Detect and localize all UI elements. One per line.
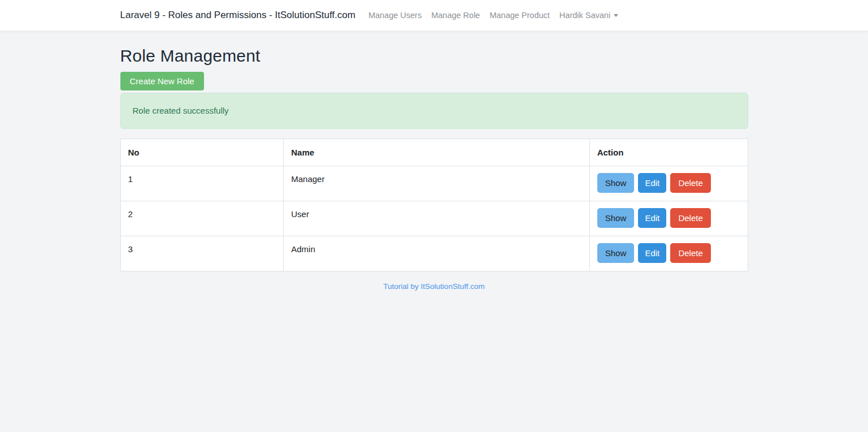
edit-button[interactable]: Edit — [638, 208, 666, 228]
create-new-role-button[interactable]: Create New Role — [120, 72, 204, 90]
cell-actions: Show Edit Delete — [589, 236, 748, 271]
cell-no: 2 — [120, 201, 284, 236]
success-alert-message: Role created successfully — [133, 106, 229, 115]
edit-button[interactable]: Edit — [638, 243, 666, 263]
show-button[interactable]: Show — [597, 243, 635, 263]
nav-links: Manage Users Manage Role Manage Product … — [368, 11, 618, 20]
cell-no: 1 — [120, 166, 284, 201]
nav-link-manage-role[interactable]: Manage Role — [431, 11, 480, 20]
table-row: 1 Manager Show Edit Delete — [120, 166, 748, 201]
cell-name: User — [284, 201, 589, 236]
success-alert: Role created successfully — [120, 93, 748, 129]
navbar: Laravel 9 - Roles and Permissions - ItSo… — [0, 0, 868, 31]
table-row: 2 User Show Edit Delete — [120, 201, 748, 236]
user-menu-dropdown[interactable]: Hardik Savani — [559, 11, 618, 20]
column-header-name: Name — [284, 139, 589, 166]
delete-button[interactable]: Delete — [670, 173, 710, 193]
column-header-action: Action — [589, 139, 748, 166]
nav-link-manage-users[interactable]: Manage Users — [368, 11, 422, 20]
user-menu-label: Hardik Savani — [559, 11, 610, 20]
footer-tutorial-link[interactable]: Tutorial by ItSolutionStuff.com — [120, 282, 748, 291]
cell-name: Manager — [284, 166, 589, 201]
delete-button[interactable]: Delete — [670, 208, 710, 228]
roles-table: No Name Action 1 Manager Show Edit Delet… — [120, 139, 748, 271]
edit-button[interactable]: Edit — [638, 173, 666, 193]
delete-button[interactable]: Delete — [670, 243, 710, 263]
cell-actions: Show Edit Delete — [589, 201, 748, 236]
nav-link-manage-product[interactable]: Manage Product — [489, 11, 549, 20]
main-content: Role Management Create New Role Role cre… — [120, 31, 748, 291]
show-button[interactable]: Show — [597, 208, 635, 228]
caret-down-icon — [614, 14, 618, 17]
table-row: 3 Admin Show Edit Delete — [120, 236, 748, 271]
show-button[interactable]: Show — [597, 173, 635, 193]
cell-name: Admin — [284, 236, 589, 271]
cell-no: 3 — [120, 236, 284, 271]
navbar-brand[interactable]: Laravel 9 - Roles and Permissions - ItSo… — [120, 10, 355, 21]
cell-actions: Show Edit Delete — [589, 166, 748, 201]
page-title: Role Management — [120, 46, 748, 66]
table-header-row: No Name Action — [120, 139, 748, 166]
column-header-no: No — [120, 139, 284, 166]
